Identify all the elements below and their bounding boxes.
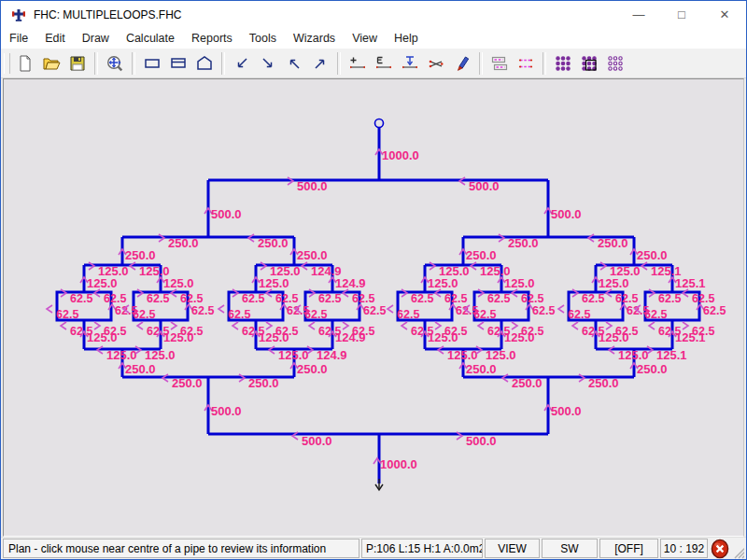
pan-up-left-icon[interactable] [282,51,306,76]
error-x-icon[interactable] [710,539,730,559]
source-node[interactable] [375,119,384,128]
flow-direction-arrow [218,305,224,313]
flow-direction-arrow [683,322,688,329]
toolbar-separator [132,52,135,75]
flow-label: 62.5 [363,304,386,317]
flow-label: 62.5 [191,304,214,317]
flow-label: 250.0 [508,236,539,250]
flow-label: 125.1 [675,330,706,344]
maximize-button[interactable]: □ [660,1,703,28]
new-document-icon[interactable] [13,51,37,76]
menu-bar: FileEditDrawCalculateReportsToolsWizards… [1,28,746,49]
status-message: Plan - click mouse near centre of a pipe… [3,539,359,558]
flow-label: 250.0 [297,248,328,262]
grid-clear-icon[interactable] [603,51,627,76]
flow-label: 62.5 [658,292,681,305]
flow-label: 62.5 [487,292,510,305]
insert-node-icon[interactable] [398,51,422,76]
flow-label: 125.0 [428,276,458,290]
flow-label: 62.5 [133,308,155,321]
toolbar-separator [94,52,98,75]
flow-label: 250.0 [637,248,668,262]
flow-label: 62.5 [242,292,264,305]
flow-label: 125.0 [163,276,194,290]
grid-select-icon[interactable] [577,51,601,76]
menu-item-view[interactable]: View [344,30,386,47]
toolbar-grip [4,53,10,74]
flow-label: 250.0 [125,248,156,262]
flow-label: 500.0 [466,434,497,448]
toolbar-separator [543,52,546,75]
flow-label: 250.0 [466,248,497,262]
flow-label: 500.0 [469,179,500,193]
copy-pipes-icon[interactable] [487,51,512,76]
save-file-icon[interactable] [65,51,90,76]
flow-label: 500.0 [551,404,582,418]
canvas-frame: 1000.01000.0500.0500.0500.0500.0500.0500… [1,78,746,537]
resize-grip[interactable] [732,541,744,559]
flow-label: 62.5 [521,292,543,305]
move-pipes-icon[interactable] [514,51,538,76]
status-bar: Plan - click mouse near centre of a pipe… [1,537,746,559]
status-mode-toggle[interactable]: SW [542,539,598,558]
draw-rectangle-icon[interactable] [140,51,164,76]
grid-nodes-icon[interactable] [551,51,575,76]
flow-label: 125.0 [259,330,289,344]
minimize-button[interactable]: — [617,1,660,28]
flow-label: 62.5 [104,292,126,305]
add-node-icon[interactable] [345,51,370,76]
menu-item-help[interactable]: Help [386,30,427,47]
flow-label: 62.5 [397,308,419,321]
app-window: FHC: MULTIPLELOOPS.FHC —□✕ FileEditDrawC… [0,0,747,560]
title-bar: FHC: MULTIPLELOOPS.FHC —□✕ [1,1,746,28]
draw-pipe-icon[interactable] [450,51,474,76]
flow-label: 250.0 [598,236,628,250]
flow-direction-arrow [309,322,315,329]
flow-label: 125.0 [504,330,535,344]
pan-down-left-icon[interactable] [230,51,254,76]
pan-down-right-icon[interactable] [256,51,280,76]
flow-label: 125.0 [87,276,118,290]
flow-label: 62.5 [703,304,726,317]
menu-item-edit[interactable]: Edit [36,30,74,47]
flow-label: 1000.0 [382,148,419,162]
menu-item-reports[interactable]: Reports [183,30,241,47]
flow-label: 500.0 [211,207,242,221]
flow-direction-arrow [558,305,564,313]
flow-label: 250.0 [512,376,543,390]
drawing-canvas[interactable]: 1000.01000.0500.0500.0500.0500.0500.0500… [3,78,744,537]
menu-item-file[interactable]: File [1,30,36,47]
flow-direction-arrow [61,322,66,329]
open-file-icon[interactable] [39,51,63,76]
draw-split-rectangle-icon[interactable] [166,51,190,76]
flow-label: 124.9 [335,276,366,290]
draw-polygon-icon[interactable] [192,51,217,76]
menu-item-draw[interactable]: Draw [74,30,118,47]
status-off-toggle[interactable]: [OFF] [599,539,658,558]
close-button[interactable]: ✕ [703,1,746,28]
flow-label: 62.5 [304,308,327,321]
flow-label: 62.5 [568,308,590,321]
flow-direction-arrow [266,322,272,329]
window-title: FHC: MULTIPLELOOPS.FHC [34,8,181,21]
flow-label: 500.0 [297,179,328,193]
flow-direction-arrow [388,305,393,313]
delete-node-icon[interactable] [424,51,448,76]
flow-label: 62.5 [473,308,496,321]
menu-item-tools[interactable]: Tools [241,30,285,47]
toolbar [1,49,746,78]
app-icon [11,7,26,22]
flow-label: 1000.0 [380,457,417,471]
flow-label: 125.0 [428,330,458,344]
flow-direction-arrow [435,322,441,329]
menu-item-calculate[interactable]: Calculate [118,30,183,47]
zoom-extents-icon[interactable] [103,51,127,76]
flow-label: 250.0 [168,236,199,250]
flow-label: 125.0 [106,348,137,362]
status-view-toggle[interactable]: VIEW [485,539,540,558]
end-node-icon[interactable] [372,51,396,76]
menu-item-wizards[interactable]: Wizards [285,30,344,47]
pan-up-right-icon[interactable] [308,51,332,76]
flow-direction-arrow [94,322,100,329]
flow-label: 125.1 [675,276,706,290]
